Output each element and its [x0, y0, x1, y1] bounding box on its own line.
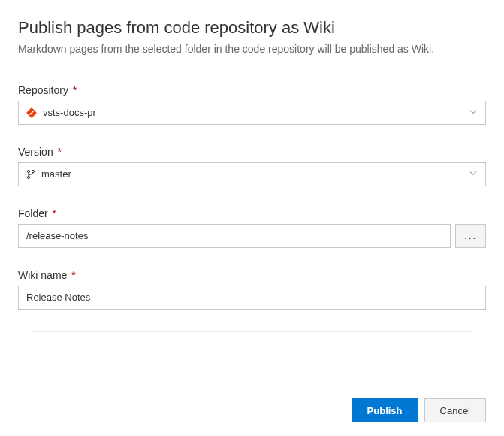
cancel-button[interactable]: Cancel: [424, 398, 486, 422]
wiki-name-input[interactable]: [26, 286, 478, 309]
chevron-down-icon: [469, 168, 478, 180]
wiki-name-label: Wiki name *: [18, 269, 486, 281]
git-repo-icon: [26, 107, 37, 118]
version-dropdown[interactable]: master: [18, 162, 486, 186]
wiki-name-input-wrapper: [18, 286, 486, 310]
version-value: master: [41, 168, 463, 180]
repository-label: Repository *: [18, 84, 486, 96]
wiki-name-field-group: Wiki name *: [18, 269, 486, 310]
page-description: Markdown pages from the selected folder …: [18, 42, 486, 57]
branch-icon: [26, 169, 35, 180]
folder-label: Folder *: [18, 207, 486, 220]
wiki-name-required-indicator: *: [71, 269, 75, 281]
repository-value: vsts-docs-pr: [43, 107, 463, 118]
svg-point-4: [27, 170, 29, 172]
version-field-group: Version * master: [18, 146, 486, 186]
repository-label-text: Repository: [18, 84, 68, 96]
folder-field-group: Folder * ...: [18, 207, 486, 248]
wiki-name-label-text: Wiki name: [18, 269, 67, 281]
folder-input[interactable]: [26, 225, 442, 247]
folder-input-wrapper: [18, 224, 451, 248]
page-title: Publish pages from code repository as Wi…: [18, 18, 486, 38]
version-label-text: Version: [18, 146, 53, 158]
folder-required-indicator: *: [53, 207, 56, 220]
chevron-down-icon: [469, 107, 478, 118]
repository-required-indicator: *: [73, 84, 77, 96]
svg-point-5: [32, 170, 34, 172]
publish-button[interactable]: Publish: [352, 398, 418, 422]
folder-label-text: Folder: [18, 207, 48, 220]
version-label: Version *: [18, 146, 486, 158]
repository-dropdown[interactable]: vsts-docs-pr: [18, 101, 486, 125]
version-required-indicator: *: [58, 146, 62, 158]
button-row: Publish Cancel: [0, 380, 504, 436]
footer-divider: [32, 331, 472, 332]
folder-browse-button[interactable]: ...: [455, 224, 486, 248]
svg-point-6: [27, 176, 29, 178]
repository-field-group: Repository * vsts-docs-pr: [18, 84, 486, 125]
